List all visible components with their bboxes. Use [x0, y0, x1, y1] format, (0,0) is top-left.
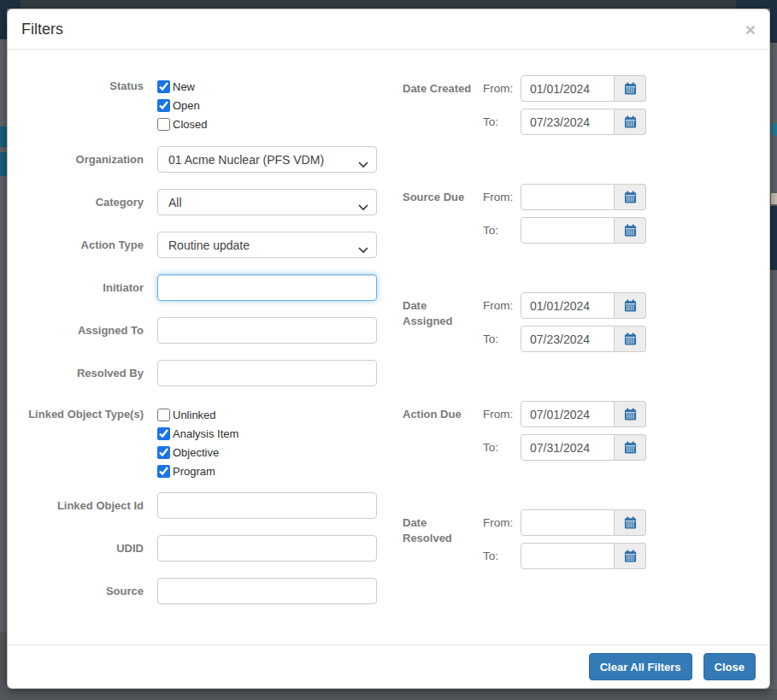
date-resolved-section: Date Resolved From: To: — [396, 509, 769, 569]
date-assigned-from-calendar-button[interactable] — [615, 292, 646, 319]
linked-checkbox-objective-input[interactable] — [157, 446, 170, 459]
status-checkbox-closed[interactable]: Closed — [157, 115, 207, 133]
date-resolved-from-row: From: — [483, 509, 646, 536]
linked-checkbox-analysis-item-label: Analysis Item — [173, 427, 238, 440]
date-resolved-from-calendar-button[interactable] — [615, 509, 646, 536]
from-label: From: — [483, 408, 521, 421]
backdrop-fragment — [771, 193, 777, 204]
action-type-field-row: Action Type Routine update — [8, 232, 396, 258]
resolved-by-label: Resolved By — [8, 360, 144, 386]
initiator-input[interactable] — [157, 274, 377, 301]
action-due-to-input[interactable] — [521, 434, 615, 461]
backdrop-fragment — [770, 122, 777, 136]
status-label: Status — [8, 77, 144, 133]
assigned-to-input[interactable] — [157, 317, 377, 344]
organization-field-row: Organization 01 Acme Nuclear (PFS VDM) — [8, 146, 396, 173]
action-due-from-calendar-button[interactable] — [615, 401, 646, 427]
udid-label: UDID — [8, 535, 144, 562]
backdrop-fragment — [0, 9, 7, 39]
date-resolved-to-input[interactable] — [521, 543, 615, 569]
linked-checkbox-unlinked-input[interactable] — [157, 409, 170, 421]
from-label: From: — [483, 516, 521, 529]
date-assigned-label: Date Assigned — [396, 292, 483, 352]
date-assigned-to-input[interactable] — [521, 326, 615, 352]
date-assigned-from-input[interactable] — [521, 292, 615, 319]
linked-checkbox-analysis-item-input[interactable] — [157, 427, 170, 440]
status-checkbox-open-input[interactable] — [157, 99, 170, 112]
action-type-select-wrap: Routine update — [157, 232, 377, 258]
date-resolved-to-row: To: — [483, 543, 646, 569]
to-label: To: — [483, 550, 521, 562]
linked-object-types-label: Linked Object Type(s) — [8, 405, 144, 480]
date-created-from-input[interactable] — [521, 75, 615, 102]
linked-object-id-input[interactable] — [157, 492, 377, 519]
calendar-icon — [624, 332, 637, 345]
action-type-select[interactable]: Routine update — [157, 232, 377, 258]
status-checkbox-closed-label: Closed — [173, 118, 207, 131]
udid-input[interactable] — [157, 535, 377, 562]
backdrop-fragment — [770, 206, 777, 270]
linked-checkbox-analysis-item[interactable]: Analysis Item — [157, 424, 238, 443]
date-created-to-row: To: — [483, 109, 646, 135]
action-due-from-input[interactable] — [521, 401, 615, 427]
filter-fields-column: Status New Open Closed — [8, 50, 396, 644]
date-created-label: Date Created — [396, 75, 483, 135]
date-resolved-label: Date Resolved — [396, 509, 483, 569]
category-select-wrap: All — [157, 189, 377, 215]
calendar-icon — [624, 299, 637, 312]
action-type-label: Action Type — [8, 232, 144, 258]
linked-checkbox-unlinked[interactable]: Unlinked — [157, 405, 238, 424]
organization-select[interactable]: 01 Acme Nuclear (PFS VDM) — [157, 146, 377, 173]
close-button[interactable]: Close — [703, 653, 756, 680]
source-due-from-input[interactable] — [521, 184, 615, 210]
date-created-to-calendar-button[interactable] — [615, 109, 646, 135]
status-checkbox-closed-input[interactable] — [157, 118, 170, 131]
date-assigned-to-calendar-button[interactable] — [615, 326, 646, 352]
date-filters-column: Date Created From: To: — [396, 50, 769, 644]
source-input[interactable] — [157, 578, 377, 604]
linked-checkbox-program-input[interactable] — [157, 465, 170, 478]
source-due-to-input[interactable] — [521, 217, 615, 244]
initiator-label: Initiator — [8, 274, 144, 301]
action-due-to-row: To: — [483, 434, 646, 461]
to-label: To: — [483, 332, 521, 345]
linked-checkbox-program-label: Program — [173, 465, 215, 478]
linked-object-types-checkbox-group: Unlinked Analysis Item Objective Program — [157, 405, 238, 480]
backdrop-fragment — [0, 152, 7, 176]
resolved-by-field-row: Resolved By — [8, 360, 396, 386]
category-label: Category — [8, 189, 144, 215]
clear-all-filters-button[interactable]: Clear All Filters — [589, 653, 692, 680]
source-due-to-calendar-button[interactable] — [615, 217, 646, 244]
date-resolved-to-calendar-button[interactable] — [615, 543, 646, 569]
from-label: From: — [483, 82, 521, 95]
status-checkbox-open[interactable]: Open — [157, 96, 207, 115]
action-due-to-calendar-button[interactable] — [615, 434, 646, 461]
modal-body: Status New Open Closed — [8, 50, 769, 644]
source-due-from-calendar-button[interactable] — [615, 184, 646, 210]
resolved-by-input[interactable] — [157, 360, 377, 386]
to-label: To: — [483, 115, 521, 128]
modal-header: Filters × — [8, 9, 769, 50]
linked-object-id-label: Linked Object Id — [8, 492, 144, 519]
status-checkbox-new-input[interactable] — [157, 80, 170, 93]
linked-checkbox-objective-label: Objective — [173, 446, 219, 459]
source-due-section: Source Due From: To: — [396, 184, 769, 244]
backdrop-fragment — [0, 126, 7, 147]
linked-checkbox-objective[interactable]: Objective — [157, 443, 238, 462]
category-select[interactable]: All — [157, 189, 377, 215]
status-checkbox-group: New Open Closed — [157, 77, 207, 133]
date-created-from-calendar-button[interactable] — [615, 75, 646, 102]
linked-checkbox-unlinked-label: Unlinked — [173, 409, 216, 421]
backdrop-bottom-strip — [0, 689, 777, 700]
date-assigned-from-row: From: — [483, 292, 646, 319]
close-icon[interactable]: × — [745, 21, 756, 38]
calendar-icon — [624, 115, 637, 128]
status-checkbox-new[interactable]: New — [157, 77, 207, 96]
calendar-icon — [624, 224, 637, 237]
status-field-row: Status New Open Closed — [8, 77, 396, 133]
date-created-to-input[interactable] — [521, 109, 615, 135]
date-assigned-to-row: To: — [483, 326, 646, 352]
linked-checkbox-program[interactable]: Program — [157, 462, 238, 480]
backdrop-fragment — [770, 9, 777, 43]
date-resolved-from-input[interactable] — [521, 509, 615, 536]
